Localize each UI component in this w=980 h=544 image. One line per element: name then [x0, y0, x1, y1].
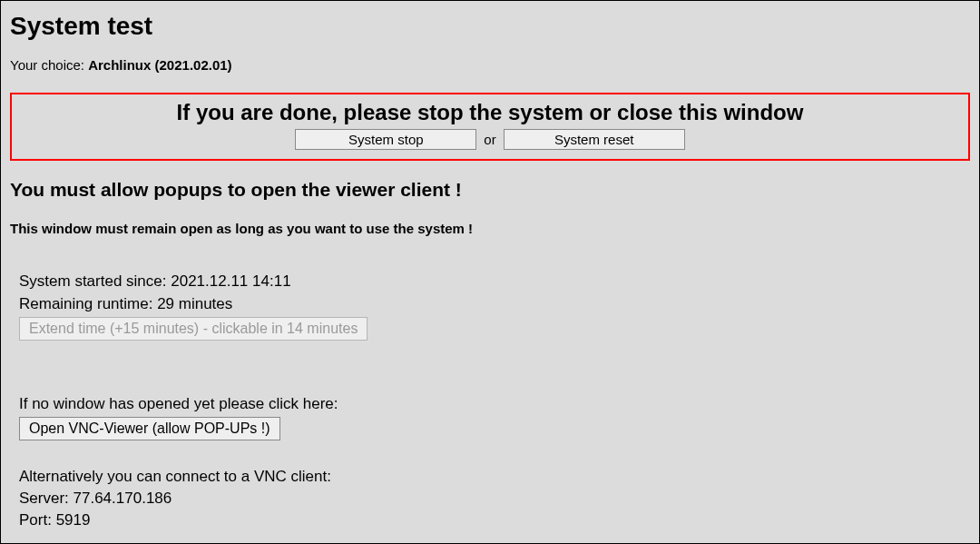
status-block: System started since: 2021.12.11 14:11 R… — [19, 271, 970, 341]
remaining-line: Remaining runtime: 29 minutes — [19, 293, 970, 316]
connection-block: Alternatively you can connect to a VNC c… — [19, 466, 970, 530]
remaining-value: 29 minutes — [157, 295, 232, 312]
done-box: If you are done, please stop the system … — [10, 93, 970, 161]
started-value: 2021.12.11 14:11 — [171, 272, 290, 290]
connection-alt-text: Alternatively you can connect to a VNC c… — [19, 466, 970, 488]
port-value: 5919 — [56, 511, 91, 529]
choice-line: Your choice: Archlinux (2021.02.01) — [10, 57, 970, 73]
port-label: Port: — [19, 511, 56, 529]
done-headline: If you are done, please stop the system … — [19, 100, 961, 125]
started-label: System started since: — [19, 272, 171, 290]
server-label: Server: — [19, 490, 74, 507]
open-vnc-viewer-button[interactable]: Open VNC-Viewer (allow POP-UPs !) — [19, 417, 280, 440]
choice-value: Archlinux (2021.02.01) — [88, 57, 231, 73]
started-line: System started since: 2021.12.11 14:11 — [19, 271, 970, 293]
system-reset-button[interactable]: System reset — [504, 129, 685, 150]
page-title: System test — [10, 12, 970, 41]
or-separator: or — [484, 132, 495, 147]
choice-label: Your choice: — [10, 57, 88, 73]
extend-time-button: Extend time (+15 minutes) - clickable in… — [19, 317, 368, 341]
popup-warning-heading: You must allow popups to open the viewer… — [10, 179, 970, 201]
port-line: Port: 5919 — [19, 509, 970, 531]
remaining-label: Remaining runtime: — [19, 295, 157, 312]
remain-open-notice: This window must remain open as long as … — [10, 221, 970, 236]
done-button-row: System stop or System reset — [19, 129, 961, 150]
server-value: 77.64.170.186 — [74, 490, 172, 507]
system-stop-button[interactable]: System stop — [295, 129, 476, 150]
vnc-hint: If no window has opened yet please click… — [19, 395, 970, 413]
server-line: Server: 77.64.170.186 — [19, 488, 970, 509]
